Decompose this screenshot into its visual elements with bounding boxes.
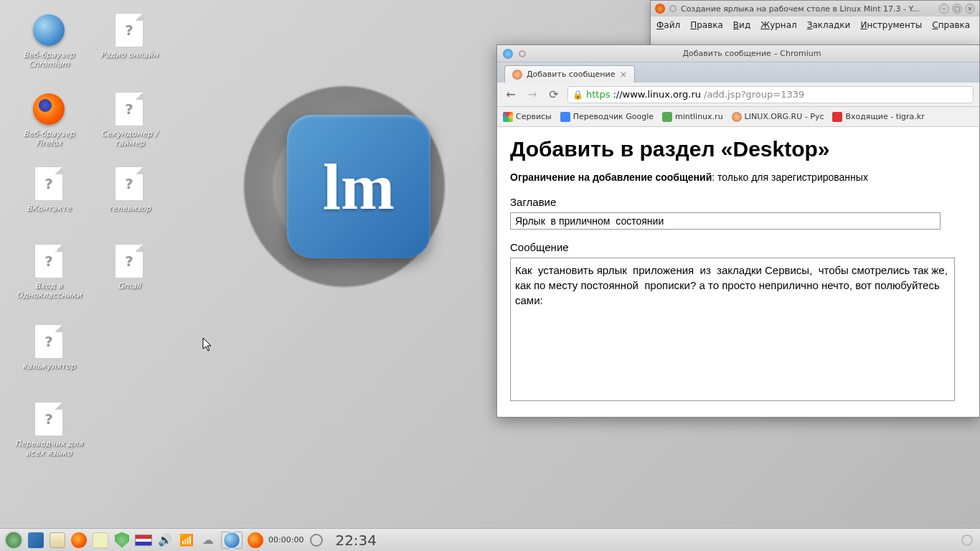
chromium-window[interactable]: Добавить сообщение – Chromium Добавить с… — [496, 44, 980, 418]
file-icon: ? — [34, 244, 63, 278]
wifi-button[interactable]: 📶 — [178, 532, 195, 549]
desktop-icon-label: ВКонтакте — [27, 204, 71, 213]
loading-icon — [519, 50, 526, 57]
firefox-icon — [33, 93, 65, 125]
desktop-icon-calculator[interactable]: ? калькулятор — [13, 324, 85, 371]
file-icon: ? — [115, 13, 143, 47]
bookmark-translator[interactable]: Переводчик Google — [560, 112, 654, 122]
menu-journal[interactable]: Журнал — [760, 20, 797, 30]
desktop-icon-label: Веб-браузер Firefox — [13, 129, 85, 148]
minimize-button[interactable]: – — [939, 4, 949, 14]
file-icon: ? — [34, 166, 63, 201]
taskbar-end-button[interactable] — [958, 532, 976, 549]
restriction-text: Ограничение на добавление сообщений: тол… — [510, 171, 966, 183]
shield-icon — [115, 532, 129, 548]
taskbar-chromium-button[interactable] — [221, 532, 242, 549]
timer-icon-button[interactable] — [308, 532, 325, 549]
desktop-icon-vkontakte[interactable]: ? ВКонтакте — [13, 166, 85, 213]
menu-edit[interactable]: Правка — [690, 20, 723, 30]
desktop-icon-label: Вход в Одноклассники — [13, 281, 85, 300]
desktop-icon-label: телевизор — [108, 204, 151, 213]
file-icon: ? — [115, 92, 143, 126]
desktop-icon-tv[interactable]: ? телевизор — [93, 166, 165, 213]
desktop-icon-chromium[interactable]: Веб-браузер Chromium — [13, 13, 85, 69]
menu-view[interactable]: Вид — [733, 20, 750, 30]
circle-icon — [961, 534, 973, 546]
bookmark-gmail[interactable]: Входящие - tigra.kr — [832, 112, 924, 122]
sound-button[interactable]: 🔊 — [156, 532, 174, 549]
wallpaper-logo: lm — [222, 65, 495, 337]
taskbar-firefox-running[interactable] — [247, 532, 264, 549]
desktop-icon-gmail[interactable]: ? Gmail — [93, 244, 165, 291]
tux-icon — [732, 112, 742, 122]
maximize-button[interactable]: ▢ — [952, 4, 962, 14]
favicon-icon — [512, 70, 522, 80]
desktop-icon-label: калькулятор — [22, 362, 75, 371]
firefox-window[interactable]: Создание ярлыка на рабочем столе в Linux… — [650, 0, 980, 50]
mint-menu-button[interactable] — [4, 532, 23, 549]
url-protocol: https — [586, 89, 610, 100]
firefox-icon — [655, 4, 665, 14]
url-host: ://www.linux.org.ru — [613, 89, 701, 100]
mint-icon — [662, 112, 672, 122]
window-title: Создание ярлыка на рабочем столе в Linux… — [681, 4, 939, 14]
cloud-button[interactable]: ☁ — [199, 532, 217, 549]
browser-tab[interactable]: Добавить сообщение × — [504, 65, 635, 83]
taskbar-firefox-button[interactable] — [70, 532, 88, 549]
bookmark-services[interactable]: Сервисы — [503, 112, 552, 122]
page-content: Добавить в раздел «Desktop» Ограничение … — [497, 127, 979, 417]
url-bar[interactable]: 🔒 https://www.linux.org.ru/add.jsp?group… — [567, 86, 974, 103]
desktop-icon-label: Секундомер / таймер — [93, 129, 165, 148]
bookmark-mintlinux[interactable]: mintlinux.ru — [662, 112, 723, 122]
tab-label: Добавить сообщение — [527, 70, 615, 79]
reload-button[interactable]: ⟳ — [546, 87, 562, 103]
desktop-icon-label: Gmail — [118, 281, 141, 291]
bookmarks-bar: Сервисы Переводчик Google mintlinux.ru L… — [497, 107, 979, 127]
show-desktop-button[interactable] — [27, 532, 44, 549]
desktop-icon — [28, 532, 44, 548]
chromium-tabstrip: Добавить сообщение × — [497, 62, 979, 83]
google-icon — [560, 112, 570, 122]
chromium-icon — [33, 14, 65, 46]
taskbar-notes-button[interactable] — [92, 532, 109, 549]
keyboard-layout-button[interactable] — [135, 532, 152, 549]
forward-button[interactable]: → — [524, 87, 540, 103]
lock-icon: 🔒 — [573, 90, 583, 100]
file-icon: ? — [34, 324, 63, 359]
tab-close-button[interactable]: × — [619, 69, 627, 80]
title-input[interactable] — [510, 212, 941, 230]
message-field-label: Сообщение — [510, 241, 966, 253]
menu-help[interactable]: Справка — [932, 20, 970, 30]
menu-bookmarks[interactable]: Закладки — [807, 20, 851, 30]
file-manager-button[interactable] — [49, 532, 66, 549]
mint-logo-icon — [4, 531, 23, 550]
firefox-icon — [248, 532, 263, 548]
desktop-icon-label: Веб-браузер Chromium — [13, 50, 85, 69]
chromium-toolbar: ← → ⟳ 🔒 https://www.linux.org.ru/add.jsp… — [497, 83, 979, 107]
desktop-icon-radio[interactable]: ? Радио онлайн — [93, 13, 165, 60]
back-button[interactable]: ← — [503, 87, 519, 103]
taskbar: 🔊 📶 ☁ 00:00:00 22:34 — [0, 528, 980, 551]
taskbar-shield-button[interactable] — [113, 532, 131, 549]
clock-icon — [310, 534, 323, 547]
firefox-titlebar[interactable]: Создание ярлыка на рабочем столе в Linux… — [651, 1, 979, 17]
desktop-icon-stopwatch[interactable]: ? Секундомер / таймер — [93, 92, 165, 148]
gmail-icon — [832, 112, 842, 122]
timer-display[interactable]: 00:00:00 — [268, 532, 303, 549]
chromium-titlebar[interactable]: Добавить сообщение – Chromium — [497, 45, 979, 62]
close-button[interactable]: × — [965, 4, 975, 14]
file-icon: ? — [115, 244, 143, 278]
menu-tools[interactable]: Инструменты — [860, 20, 922, 30]
desktop-icon-firefox[interactable]: Веб-браузер Firefox — [13, 92, 85, 148]
wifi-icon: 📶 — [179, 533, 194, 547]
menu-file[interactable]: Файл — [656, 20, 680, 30]
desktop-icon-odnoklassniki[interactable]: ? Вход в Одноклассники — [13, 244, 85, 300]
cursor-icon — [202, 337, 214, 353]
desktop-icon-translator[interactable]: ? Переводчик для всех языко — [13, 402, 85, 458]
window-title: Добавить сообщение – Chromium — [530, 49, 974, 58]
cloud-icon: ☁ — [202, 533, 214, 547]
message-textarea[interactable]: Как установить ярлык приложения из закла… — [510, 258, 955, 401]
page-heading: Добавить в раздел «Desktop» — [510, 137, 966, 161]
clock-display[interactable]: 22:34 — [335, 532, 377, 549]
bookmark-linuxorg[interactable]: LINUX.ORG.RU - Рус — [732, 112, 824, 122]
